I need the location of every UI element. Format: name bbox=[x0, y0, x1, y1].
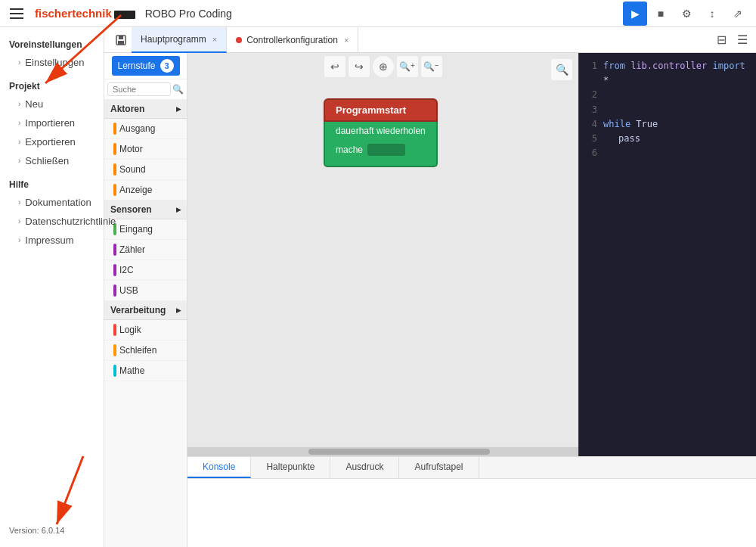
item-label: Motor bbox=[119, 144, 143, 154]
palette-category-sensoren[interactable]: Sensoren ▸ bbox=[104, 200, 187, 219]
header: fischertechnik ROBO Pro Coding ▶ ■ ⚙ ↕ ⇗ bbox=[0, 0, 756, 27]
category-label: Sensoren bbox=[110, 204, 152, 215]
center-button[interactable]: ⊕ bbox=[373, 56, 394, 77]
palette-item-zaehler[interactable]: Zähler bbox=[104, 240, 187, 260]
redo-button[interactable]: ↪ bbox=[349, 56, 370, 77]
zoom-in-button[interactable]: 🔍+ bbox=[397, 56, 418, 77]
code-keyword: while bbox=[603, 119, 636, 129]
bottom-tabs: Konsole Haltepunkte Ausdruck Aufrufstape… bbox=[187, 457, 756, 479]
sidebar-item-schliessen[interactable]: › Schließen bbox=[9, 151, 94, 170]
item-color-dot bbox=[113, 163, 116, 176]
sidebar-section-projekt: Projekt › Neu › Importieren › Exportiere… bbox=[0, 75, 104, 173]
sidebar-item-exportieren[interactable]: › Exportieren bbox=[9, 132, 94, 151]
block-group-main[interactable]: Programmstart dauerhaft wiederholen mach… bbox=[324, 98, 438, 167]
save-icon bbox=[115, 34, 127, 46]
editor-panel: ↩ ↪ ⊕ 🔍+ 🔍− 🔍 Programmstart dauerhaft wi… bbox=[187, 53, 756, 547]
item-color-dot bbox=[113, 264, 116, 276]
svg-rect-2 bbox=[118, 41, 124, 45]
code-module: lib.controller bbox=[631, 61, 712, 71]
horizontal-scrollbar[interactable] bbox=[187, 447, 578, 456]
block-loop[interactable]: dauerhaft wiederholen bbox=[324, 122, 438, 140]
play-button[interactable]: ▶ bbox=[623, 2, 647, 26]
save-button[interactable] bbox=[110, 30, 132, 51]
palette-panel: Lernstufe 3 🔍 Aktoren ▸ Ausgang Motor bbox=[104, 53, 187, 547]
tab-label: Controllerkonfiguration bbox=[246, 35, 338, 45]
category-arrow: ▸ bbox=[176, 204, 181, 215]
sidebar-item-label: Neu bbox=[25, 98, 43, 110]
bottom-tab-konsole[interactable]: Konsole bbox=[187, 457, 251, 478]
block-mache[interactable]: mache bbox=[324, 140, 438, 160]
sidebar-item-dokumentation[interactable]: › Dokumentation bbox=[9, 193, 94, 212]
search-box: 🔍 bbox=[104, 79, 187, 100]
block-end bbox=[324, 160, 438, 167]
expand-button[interactable]: ⇗ bbox=[726, 2, 750, 26]
tab-close-hauptprogramm[interactable]: × bbox=[212, 35, 217, 44]
header-actions: ▶ ■ ⚙ ↕ ⇗ bbox=[623, 2, 750, 26]
bottom-tab-haltepunkte[interactable]: Haltepunkte bbox=[251, 457, 330, 478]
tab-close-controllerkonfig[interactable]: × bbox=[344, 36, 349, 45]
palette-item-i2c[interactable]: I2C bbox=[104, 260, 187, 281]
palette-item-eingang[interactable]: Eingang bbox=[104, 219, 187, 240]
palette-item-usb[interactable]: USB bbox=[104, 281, 187, 301]
item-color-dot bbox=[113, 344, 116, 356]
palette-item-ausgang[interactable]: Ausgang bbox=[104, 119, 187, 139]
sidebar-item-einstellungen[interactable]: › Einstellungen bbox=[9, 53, 94, 72]
canvas-search-button[interactable]: 🔍 bbox=[551, 59, 572, 80]
tab-hauptprogramm[interactable]: Hauptprogramm × bbox=[132, 27, 227, 53]
palette-item-logik[interactable]: Logik bbox=[104, 320, 187, 340]
main-area: Hauptprogramm × Controllerkonfiguration … bbox=[104, 27, 756, 547]
code-content: from lib.controller import * bbox=[603, 59, 750, 88]
code-content: pass bbox=[603, 132, 640, 146]
palette-item-schleifen[interactable]: Schleifen bbox=[104, 340, 187, 361]
code-line-6: 6 bbox=[585, 146, 750, 160]
layout-button[interactable]: ☰ bbox=[732, 30, 753, 51]
item-color-dot bbox=[113, 324, 116, 336]
block-mache-label: mache bbox=[336, 145, 363, 155]
chevron-icon: › bbox=[18, 100, 20, 108]
scroll-thumb[interactable] bbox=[308, 449, 490, 455]
palette-item-motor[interactable]: Motor bbox=[104, 139, 187, 160]
palette-item-sound[interactable]: Sound bbox=[104, 160, 187, 180]
menu-button[interactable] bbox=[6, 3, 27, 24]
zoom-out-button[interactable]: 🔍− bbox=[421, 56, 442, 77]
lernstufe-button[interactable]: Lernstufe 3 bbox=[112, 56, 180, 76]
category-label: Aktoren bbox=[110, 104, 144, 114]
palette-category-verarbeitung[interactable]: Verarbeitung ▸ bbox=[104, 301, 187, 320]
palette-toolbar: Lernstufe 3 bbox=[104, 53, 187, 79]
sidebar-section-hilfe: Hilfe › Dokumentation › Datenschutzricht… bbox=[0, 173, 104, 253]
bottom-tab-aufrufstapel[interactable]: Aufrufstapel bbox=[399, 457, 479, 478]
palette-search-input[interactable] bbox=[107, 82, 171, 96]
split-view-button[interactable]: ⊟ bbox=[711, 30, 732, 51]
sidebar-item-impressum[interactable]: › Impressum bbox=[9, 231, 94, 250]
settings-button[interactable]: ⚙ bbox=[674, 2, 699, 26]
sidebar-item-datenschutz[interactable]: › Datenschutzrichtlinie bbox=[9, 212, 94, 231]
chevron-icon: › bbox=[18, 138, 20, 146]
item-label: USB bbox=[119, 285, 138, 296]
palette-item-anzeige[interactable]: Anzeige bbox=[104, 180, 187, 200]
network-button[interactable]: ↕ bbox=[700, 2, 724, 26]
block-canvas[interactable]: ↩ ↪ ⊕ 🔍+ 🔍− 🔍 Programmstart dauerhaft wi… bbox=[187, 53, 578, 456]
tab-controllerkonfiguration[interactable]: Controllerkonfiguration × bbox=[227, 27, 358, 53]
sidebar-item-neu[interactable]: › Neu bbox=[9, 95, 94, 113]
bottom-tab-ausdruck[interactable]: Ausdruck bbox=[330, 457, 399, 478]
section-title-projekt: Projekt bbox=[9, 81, 94, 92]
logo-technik: technik bbox=[72, 7, 112, 20]
chevron-icon: › bbox=[18, 198, 20, 207]
code-content bbox=[603, 88, 609, 102]
item-label: Eingang bbox=[119, 224, 153, 235]
block-programmstart[interactable]: Programmstart bbox=[324, 98, 438, 122]
chevron-icon: › bbox=[18, 119, 20, 127]
undo-button[interactable]: ↩ bbox=[324, 56, 345, 77]
item-color-dot bbox=[113, 123, 116, 135]
canvas-code-split: ↩ ↪ ⊕ 🔍+ 🔍− 🔍 Programmstart dauerhaft wi… bbox=[187, 53, 756, 456]
sidebar-item-importieren[interactable]: › Importieren bbox=[9, 113, 94, 132]
palette-category-aktoren[interactable]: Aktoren ▸ bbox=[104, 100, 187, 119]
chevron-icon: › bbox=[18, 157, 20, 165]
item-label: Ausgang bbox=[119, 123, 155, 134]
category-arrow: ▸ bbox=[176, 305, 181, 315]
palette-item-mathe[interactable]: Mathe bbox=[104, 361, 187, 381]
sidebar-item-label: Schließen bbox=[25, 155, 69, 166]
content-area: Lernstufe 3 🔍 Aktoren ▸ Ausgang Motor bbox=[104, 53, 756, 547]
stop-button[interactable]: ■ bbox=[649, 2, 673, 26]
sidebar-item-label: Exportieren bbox=[25, 136, 75, 148]
